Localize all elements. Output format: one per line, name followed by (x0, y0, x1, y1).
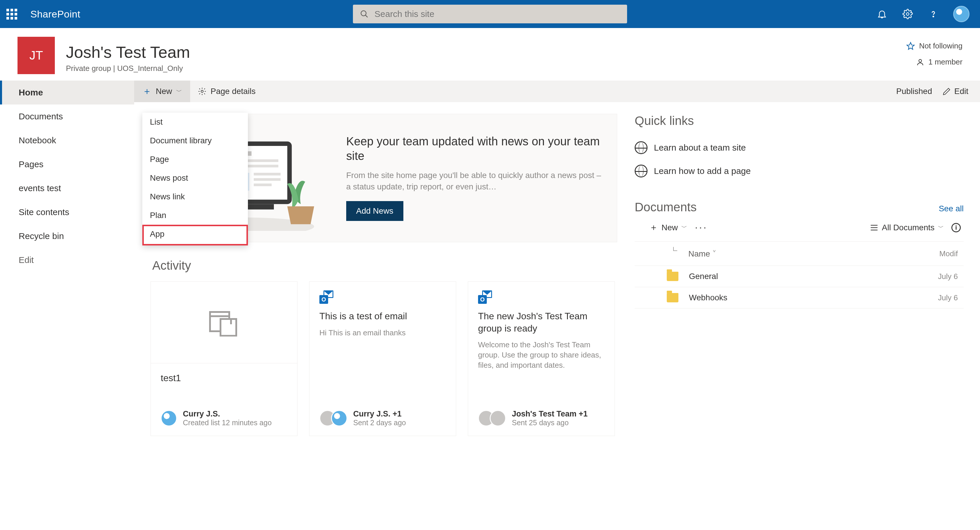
plus-icon: ＋ (649, 222, 658, 233)
svg-rect-16 (254, 183, 272, 186)
new-menu-app[interactable]: App (142, 225, 248, 246)
sidebar-item-home[interactable]: Home (0, 81, 134, 104)
activity-card[interactable]: test1 Curry J.S. Created list 12 minutes… (151, 281, 298, 436)
card-title: This is a test of email (320, 310, 446, 322)
info-icon[interactable]: i (951, 223, 961, 232)
notifications-icon[interactable] (876, 8, 888, 20)
sidebar-item-recycle-bin[interactable]: Recycle bin (0, 224, 134, 248)
sidebar-item-site-contents[interactable]: Site contents (0, 200, 134, 224)
new-menu-plan[interactable]: Plan (142, 206, 248, 225)
user-avatar[interactable] (953, 6, 969, 22)
news-text: Keep your team updated with news on your… (329, 125, 602, 231)
avatar (161, 410, 177, 426)
sidebar: Home Documents Notebook Pages events tes… (0, 81, 134, 526)
search-box[interactable] (353, 5, 627, 23)
new-button[interactable]: ＋ New ﹀ (134, 81, 190, 102)
quick-link[interactable]: Learn how to add a page (635, 160, 964, 183)
app-launcher-icon[interactable] (5, 8, 18, 21)
svg-marker-4 (907, 42, 915, 49)
quicklinks-title: Quick links (635, 114, 964, 128)
quick-link-label: Learn how to add a page (654, 166, 751, 176)
svg-point-5 (919, 59, 921, 62)
members-button[interactable]: 1 member (916, 57, 963, 67)
command-bar: ＋ New ﹀ Page details Published Edit (134, 81, 980, 102)
content: ＋ New ﹀ Page details Published Edit (134, 81, 980, 526)
more-actions-icon[interactable]: ··· (695, 221, 708, 234)
table-row[interactable]: Webhooks July 6 (635, 287, 964, 308)
quick-link[interactable]: Learn about a team site (635, 136, 964, 160)
sidebar-item-notebook[interactable]: Notebook (0, 128, 134, 152)
new-label: New (156, 87, 172, 96)
table-row[interactable]: General July 6 (635, 266, 964, 287)
activity-card[interactable]: O The new Josh's Test Team group is read… (468, 281, 615, 436)
sidebar-item-documents[interactable]: Documents (0, 104, 134, 128)
card-author: Josh's Test Team +1 (512, 409, 588, 418)
card-sub: Created list 12 minutes ago (183, 418, 272, 427)
activity-card[interactable]: O This is a test of email Hi This is an … (309, 281, 456, 436)
suite-bar: SharePoint (0, 0, 980, 28)
footer-avatars (161, 410, 177, 426)
svg-point-0 (361, 11, 366, 16)
activity-title: Activity (152, 259, 617, 273)
new-menu-page[interactable]: Page (142, 150, 248, 169)
card-desc: Hi This is an email thanks (320, 328, 446, 338)
folder-icon (667, 293, 678, 302)
row-modified: July 6 (917, 293, 958, 302)
pencil-icon (943, 87, 951, 96)
settings-icon[interactable] (902, 8, 913, 20)
view-selector[interactable]: All Documents ﹀ (870, 223, 944, 232)
new-menu-news-post[interactable]: News post (142, 169, 248, 187)
new-menu-list[interactable]: List (142, 113, 248, 131)
cmd-right: Published Edit (896, 87, 968, 96)
site-title[interactable]: Josh's Test Team (66, 43, 190, 62)
sidebar-item-pages[interactable]: Pages (0, 152, 134, 176)
site-title-wrap: Josh's Test Team Private group | UOS_Int… (66, 37, 190, 73)
docs-new-button[interactable]: ＋ New ﹀ (649, 222, 687, 233)
activity-cards: test1 Curry J.S. Created list 12 minutes… (151, 281, 617, 436)
card-author: Curry J.S. (183, 409, 272, 418)
add-news-button[interactable]: Add News (346, 201, 403, 221)
globe-icon (635, 141, 648, 154)
sidebar-item-events-test[interactable]: events test (0, 176, 134, 200)
docs-new-label: New (662, 223, 678, 232)
person-icon (916, 58, 924, 66)
search-input[interactable] (374, 9, 620, 19)
list-icon (151, 282, 297, 363)
card-title: The new Josh's Test Team group is ready (478, 310, 605, 334)
svg-rect-19 (210, 312, 229, 316)
see-all-link[interactable]: See all (939, 204, 964, 213)
footer-avatars (320, 410, 347, 426)
svg-rect-20 (221, 319, 236, 336)
row-name: Webhooks (689, 293, 917, 302)
brand-name[interactable]: SharePoint (30, 8, 80, 20)
view-label: All Documents (882, 223, 934, 232)
file-type-icon (667, 247, 677, 260)
page-details-label: Page details (211, 87, 256, 96)
card-sub: Sent 25 days ago (512, 418, 588, 427)
folder-icon (667, 272, 678, 281)
site-logo[interactable]: JT (18, 37, 55, 74)
search-container (353, 5, 627, 23)
svg-point-3 (933, 16, 934, 17)
documents-title: Documents (635, 200, 697, 214)
main-right: Quick links Learn about a team site Lear… (635, 114, 964, 526)
svg-point-6 (201, 90, 203, 93)
col-name[interactable]: Name (688, 249, 917, 259)
sidebar-item-edit[interactable]: Edit (0, 248, 134, 272)
page-details-button[interactable]: Page details (198, 87, 256, 96)
row-name: General (689, 272, 917, 281)
help-icon[interactable] (928, 8, 939, 20)
svg-point-2 (907, 13, 909, 16)
new-menu-document-library[interactable]: Document library (142, 131, 248, 150)
globe-icon (635, 164, 648, 177)
follow-toggle[interactable]: Not following (906, 42, 963, 51)
card-desc: Welcome to the Josh's Test Team group. U… (478, 340, 605, 370)
members-label: 1 member (928, 57, 963, 67)
outlook-icon: O (478, 291, 492, 304)
svg-rect-14 (254, 173, 281, 176)
col-modified[interactable]: Modif (917, 249, 958, 258)
suite-right (876, 6, 969, 22)
plus-icon: ＋ (142, 85, 152, 98)
new-menu-news-link[interactable]: News link (142, 187, 248, 206)
edit-button[interactable]: Edit (943, 87, 968, 96)
